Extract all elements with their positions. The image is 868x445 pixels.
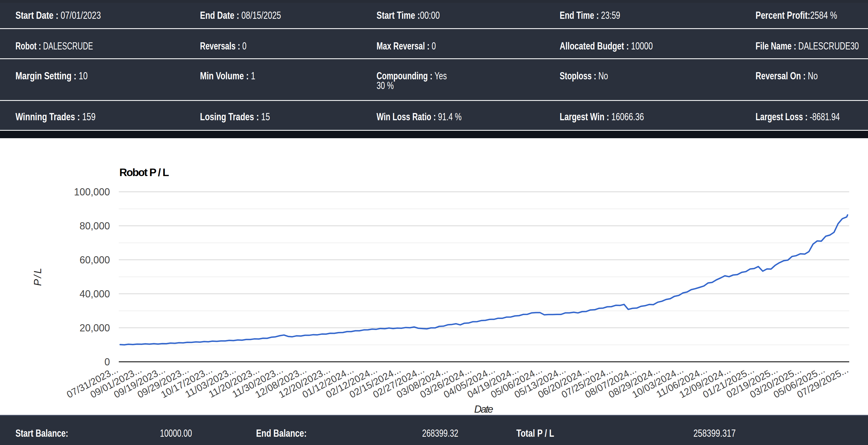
- svg-text:40,000: 40,000: [80, 288, 110, 300]
- svg-text:Robot P / L: Robot P / L: [119, 167, 169, 178]
- svg-text:80,000: 80,000: [80, 220, 110, 232]
- svg-text:P / L: P / L: [32, 268, 43, 286]
- svg-text:Date: Date: [474, 404, 493, 415]
- svg-text:0: 0: [104, 356, 110, 367]
- svg-text:60,000: 60,000: [80, 254, 110, 266]
- svg-text:20,000: 20,000: [80, 322, 110, 334]
- svg-text:100,000: 100,000: [74, 186, 110, 198]
